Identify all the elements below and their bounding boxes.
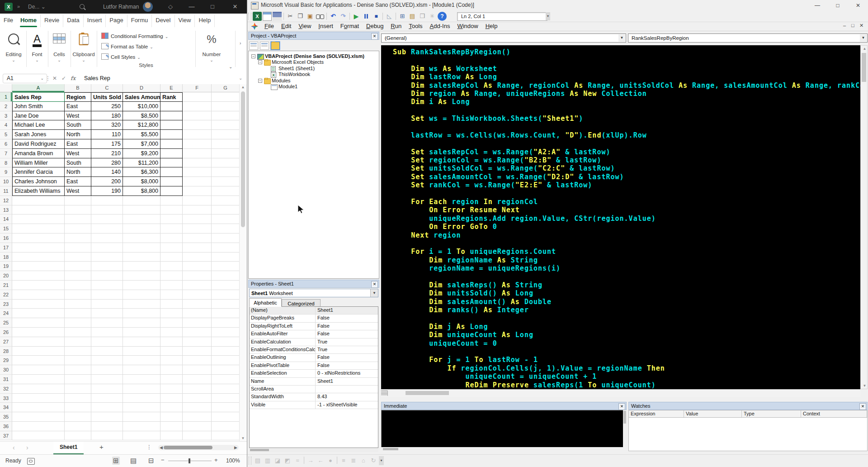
cell-E31[interactable] — [160, 375, 183, 384]
formula-bar-expand-icon[interactable]: ⌄ — [239, 74, 242, 83]
column-header-a[interactable]: A — [12, 84, 65, 92]
cell-C7[interactable]: 210 — [91, 149, 123, 158]
code-line-41[interactable]: ReDim Preserve salesReps(1 To uniqueCoun… — [381, 381, 860, 389]
scrollbar-thumb[interactable] — [383, 448, 398, 450]
cell-C5[interactable]: 110 — [91, 130, 123, 139]
accessibility-icon[interactable] — [27, 458, 35, 465]
cell-B10[interactable]: East — [65, 177, 91, 186]
tree-item[interactable]: −VBAProject (Denise Sano (SOLVED).xlsm) — [249, 53, 379, 59]
cell-F24[interactable] — [183, 309, 212, 318]
cell-C26[interactable] — [91, 328, 123, 337]
code-line-3[interactable]: Dim ws As Worksheet — [381, 65, 860, 73]
excel-minimize-button[interactable]: — — [182, 0, 202, 14]
cell-D36[interactable] — [123, 422, 160, 431]
cell-E13[interactable] — [160, 205, 183, 215]
cell-C20[interactable] — [91, 271, 123, 281]
excel-tab-devel[interactable]: Devel — [152, 14, 175, 27]
cell-F31[interactable] — [183, 375, 212, 384]
cell-G3[interactable] — [212, 111, 240, 121]
code-line-1[interactable]: Sub RankSalesRepByRegion() — [381, 48, 860, 56]
cell-D22[interactable] — [123, 290, 160, 300]
code-line-25[interactable]: For i = 1 To uniqueRegions.Count — [381, 248, 860, 256]
ribbon-group-font[interactable]: A Font ⌄ — [27, 28, 47, 72]
spreadsheet-grid[interactable]: ABCDEFG 1Sales RepRegionUnits SoldSales … — [0, 84, 247, 441]
code-horizontal-scrollbar[interactable] — [381, 389, 860, 397]
cell-C29[interactable] — [91, 356, 123, 365]
property-value[interactable]: -1 - xlSheetVisible — [316, 401, 378, 409]
cell-F28[interactable] — [183, 347, 212, 356]
cell-E37[interactable] — [160, 431, 183, 441]
cell-B26[interactable] — [65, 328, 91, 337]
split-handle-icon[interactable] — [381, 391, 388, 396]
property-value[interactable]: False — [316, 354, 378, 361]
cell-C35[interactable] — [91, 412, 123, 422]
paste-icon[interactable]: ▣ — [306, 12, 315, 21]
cell-G6[interactable] — [212, 139, 240, 149]
cell-D5[interactable]: $5,500 — [123, 130, 160, 139]
row-header-16[interactable]: 16 — [0, 234, 12, 243]
properties-object-combo[interactable]: Sheet1 Worksheet ▼ — [249, 289, 378, 297]
menu-window[interactable]: Window — [453, 22, 481, 30]
cell-E25[interactable] — [160, 318, 183, 328]
cell-E15[interactable] — [160, 224, 183, 234]
excel-tab-data[interactable]: Data — [63, 14, 83, 27]
quick-access-overflow-icon[interactable]: » — [17, 4, 20, 9]
property-row[interactable]: DisplayPageBreaksFalse — [250, 315, 378, 322]
cell-A35[interactable] — [12, 412, 65, 422]
cell-A23[interactable] — [12, 300, 65, 309]
property-row[interactable]: NameSheet1 — [250, 378, 378, 386]
row-header-34[interactable]: 34 — [0, 403, 12, 412]
cell-D7[interactable]: $9,200 — [123, 149, 160, 158]
close-icon[interactable]: ✕ — [371, 33, 378, 40]
object-browser-icon[interactable]: ❒ — [418, 12, 427, 21]
cell-F12[interactable] — [183, 196, 212, 205]
grid-vertical-scrollbar[interactable]: ▲ ▼ — [239, 84, 247, 441]
cell-B35[interactable] — [65, 412, 91, 422]
scroll-up-icon[interactable]: ▲ — [861, 47, 868, 51]
cell-D34[interactable] — [123, 403, 160, 412]
enter-icon[interactable]: ✓ — [61, 74, 66, 83]
row-header-19[interactable]: 19 — [0, 262, 12, 271]
cell-D32[interactable] — [123, 384, 160, 394]
cell-E10[interactable] — [160, 177, 183, 186]
cell-B28[interactable] — [65, 347, 91, 356]
code-line-24[interactable] — [381, 239, 860, 248]
cell-C12[interactable] — [91, 196, 123, 205]
excel-close-button[interactable]: ✕ — [225, 0, 245, 14]
code-line-4[interactable]: Dim lastRow As Long — [381, 73, 860, 81]
cell-B24[interactable] — [65, 309, 91, 318]
property-value[interactable]: False — [316, 330, 378, 338]
cell-D24[interactable] — [123, 309, 160, 318]
procedure-combo[interactable]: RankSalesRepByRegion▼ — [628, 33, 868, 43]
cell-B11[interactable]: West — [65, 186, 91, 196]
cell-A32[interactable] — [12, 384, 65, 394]
toolbar-options-icon[interactable]: ▾ — [546, 12, 550, 20]
cell-C9[interactable]: 140 — [91, 167, 123, 177]
cell-D17[interactable] — [123, 243, 160, 253]
cell-F35[interactable] — [183, 412, 212, 422]
property-row[interactable]: EnablePivotTableFalse — [250, 362, 378, 370]
cell-B25[interactable] — [65, 318, 91, 328]
cell-D13[interactable] — [123, 205, 160, 215]
code-restore-button[interactable]: □ — [851, 23, 854, 28]
code-close-button[interactable]: ✕ — [859, 23, 863, 29]
code-minimize-button[interactable]: – — [843, 23, 846, 28]
cell-E9[interactable] — [160, 167, 183, 177]
cell-F7[interactable] — [183, 149, 212, 158]
cell-D11[interactable]: $8,800 — [123, 186, 160, 196]
name-box[interactable]: A1⌄ — [3, 74, 47, 83]
code-line-37[interactable] — [381, 348, 860, 356]
cell-C23[interactable] — [91, 300, 123, 309]
normal-view-icon[interactable]: ⊞ — [112, 457, 120, 465]
cell-G12[interactable] — [212, 196, 240, 205]
property-row[interactable]: EnableAutoFilterFalse — [250, 330, 378, 338]
cell-B5[interactable]: North — [65, 130, 91, 139]
sheet-menu-icon[interactable]: ⋮ — [146, 444, 152, 450]
code-line-36[interactable]: uniqueCount = 0 — [381, 339, 860, 348]
cell-C15[interactable] — [91, 224, 123, 234]
parameter-info-icon[interactable]: ◩ — [283, 456, 292, 465]
excel-tab-home[interactable]: Home — [17, 14, 41, 27]
property-value[interactable] — [316, 386, 378, 393]
cell-B9[interactable]: North — [65, 167, 91, 177]
cell-G31[interactable] — [212, 375, 240, 384]
